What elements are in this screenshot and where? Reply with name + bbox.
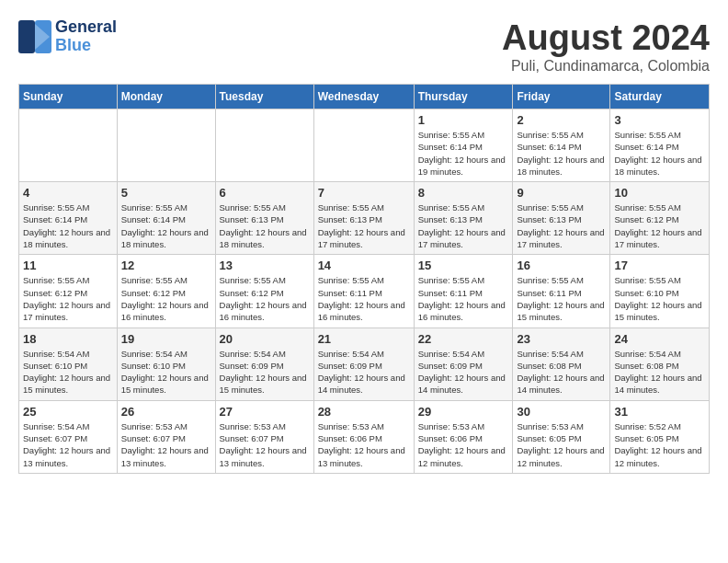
day-number: 20: [220, 332, 310, 346]
day-number: 18: [23, 332, 113, 346]
weekday-header: Sunday: [19, 85, 118, 109]
day-info: Sunrise: 5:55 AMSunset: 6:13 PMDaylight:…: [418, 201, 509, 250]
day-number: 14: [318, 259, 410, 272]
calendar-header-row: SundayMondayTuesdayWednesdayThursdayFrid…: [19, 85, 710, 109]
calendar-day-cell: 9Sunrise: 5:55 AMSunset: 6:13 PMDaylight…: [513, 182, 610, 255]
day-info: Sunrise: 5:53 AMSunset: 6:06 PMDaylight:…: [418, 420, 509, 469]
logo-blue: Blue: [55, 36, 91, 54]
calendar-day-cell: 21Sunrise: 5:54 AMSunset: 6:09 PMDayligh…: [313, 327, 414, 400]
day-info: Sunrise: 5:54 AMSunset: 6:07 PMDaylight:…: [23, 420, 113, 469]
day-number: 17: [614, 259, 705, 272]
calendar-day-cell: 3Sunrise: 5:55 AMSunset: 6:14 PMDaylight…: [610, 109, 710, 182]
calendar-day-cell: 29Sunrise: 5:53 AMSunset: 6:06 PMDayligh…: [414, 400, 513, 473]
calendar-week-row: 11Sunrise: 5:55 AMSunset: 6:12 PMDayligh…: [19, 255, 710, 327]
day-number: 11: [23, 259, 113, 272]
calendar-day-cell: 19Sunrise: 5:54 AMSunset: 6:10 PMDayligh…: [117, 327, 215, 400]
day-info: Sunrise: 5:54 AMSunset: 6:10 PMDaylight:…: [23, 348, 113, 396]
calendar-day-cell: 31Sunrise: 5:52 AMSunset: 6:05 PMDayligh…: [610, 400, 710, 473]
calendar-day-cell: 15Sunrise: 5:55 AMSunset: 6:11 PMDayligh…: [414, 255, 513, 327]
day-info: Sunrise: 5:55 AMSunset: 6:14 PMDaylight:…: [418, 129, 509, 178]
day-info: Sunrise: 5:54 AMSunset: 6:08 PMDaylight:…: [517, 348, 606, 396]
calendar-day-cell: 7Sunrise: 5:55 AMSunset: 6:13 PMDaylight…: [313, 182, 414, 255]
day-number: 26: [121, 405, 211, 419]
day-number: 15: [418, 259, 509, 272]
logo: General Blue: [18, 18, 117, 55]
svg-rect-0: [18, 20, 35, 53]
calendar-day-cell: 26Sunrise: 5:53 AMSunset: 6:07 PMDayligh…: [117, 400, 215, 473]
day-number: 6: [220, 186, 310, 200]
day-info: Sunrise: 5:53 AMSunset: 6:07 PMDaylight:…: [220, 420, 310, 469]
day-info: Sunrise: 5:55 AMSunset: 6:13 PMDaylight:…: [517, 201, 606, 250]
calendar-day-cell: 10Sunrise: 5:55 AMSunset: 6:12 PMDayligh…: [610, 182, 710, 255]
calendar-day-cell: 11Sunrise: 5:55 AMSunset: 6:12 PMDayligh…: [19, 255, 118, 327]
calendar-day-cell: [117, 109, 215, 182]
day-number: 29: [418, 405, 509, 419]
title-block: August 2024 Puli, Cundinamarca, Colombia: [502, 18, 710, 75]
day-info: Sunrise: 5:54 AMSunset: 6:08 PMDaylight:…: [614, 348, 705, 396]
day-number: 4: [23, 186, 113, 200]
day-info: Sunrise: 5:52 AMSunset: 6:05 PMDaylight:…: [614, 420, 705, 469]
day-info: Sunrise: 5:55 AMSunset: 6:14 PMDaylight:…: [517, 129, 606, 178]
day-number: 2: [517, 113, 606, 127]
calendar-day-cell: [313, 109, 414, 182]
calendar-day-cell: [215, 109, 313, 182]
day-number: 1: [418, 113, 509, 127]
day-info: Sunrise: 5:54 AMSunset: 6:09 PMDaylight:…: [318, 348, 410, 396]
day-number: 10: [614, 186, 705, 200]
day-number: 27: [220, 405, 310, 419]
calendar-day-cell: 4Sunrise: 5:55 AMSunset: 6:14 PMDaylight…: [19, 182, 118, 255]
day-info: Sunrise: 5:55 AMSunset: 6:12 PMDaylight:…: [121, 274, 211, 323]
day-info: Sunrise: 5:55 AMSunset: 6:13 PMDaylight:…: [220, 201, 310, 250]
day-info: Sunrise: 5:53 AMSunset: 6:07 PMDaylight:…: [121, 420, 211, 469]
calendar-day-cell: 24Sunrise: 5:54 AMSunset: 6:08 PMDayligh…: [610, 327, 710, 400]
calendar-day-cell: 30Sunrise: 5:53 AMSunset: 6:05 PMDayligh…: [513, 400, 610, 473]
day-info: Sunrise: 5:55 AMSunset: 6:14 PMDaylight:…: [23, 201, 113, 250]
calendar-day-cell: 28Sunrise: 5:53 AMSunset: 6:06 PMDayligh…: [313, 400, 414, 473]
day-info: Sunrise: 5:55 AMSunset: 6:12 PMDaylight:…: [220, 274, 310, 323]
calendar-week-row: 18Sunrise: 5:54 AMSunset: 6:10 PMDayligh…: [19, 327, 710, 400]
day-info: Sunrise: 5:55 AMSunset: 6:12 PMDaylight:…: [23, 274, 113, 323]
day-info: Sunrise: 5:55 AMSunset: 6:11 PMDaylight:…: [318, 274, 410, 323]
day-number: 24: [614, 332, 705, 346]
calendar-day-cell: 8Sunrise: 5:55 AMSunset: 6:13 PMDaylight…: [414, 182, 513, 255]
weekday-header: Thursday: [414, 85, 513, 109]
calendar-day-cell: 17Sunrise: 5:55 AMSunset: 6:10 PMDayligh…: [610, 255, 710, 327]
calendar-day-cell: 5Sunrise: 5:55 AMSunset: 6:14 PMDaylight…: [117, 182, 215, 255]
day-info: Sunrise: 5:55 AMSunset: 6:11 PMDaylight:…: [418, 274, 509, 323]
weekday-header: Monday: [117, 85, 215, 109]
day-number: 30: [517, 405, 606, 419]
calendar-day-cell: 18Sunrise: 5:54 AMSunset: 6:10 PMDayligh…: [19, 327, 118, 400]
day-info: Sunrise: 5:54 AMSunset: 6:09 PMDaylight:…: [220, 348, 310, 396]
day-number: 7: [318, 186, 410, 200]
day-info: Sunrise: 5:55 AMSunset: 6:10 PMDaylight:…: [614, 274, 705, 323]
weekday-header: Tuesday: [215, 85, 313, 109]
calendar-day-cell: 27Sunrise: 5:53 AMSunset: 6:07 PMDayligh…: [215, 400, 313, 473]
calendar-day-cell: 16Sunrise: 5:55 AMSunset: 6:11 PMDayligh…: [513, 255, 610, 327]
day-number: 9: [517, 186, 606, 200]
day-info: Sunrise: 5:55 AMSunset: 6:13 PMDaylight:…: [318, 201, 410, 250]
day-info: Sunrise: 5:55 AMSunset: 6:12 PMDaylight:…: [614, 201, 705, 250]
calendar-day-cell: 20Sunrise: 5:54 AMSunset: 6:09 PMDayligh…: [215, 327, 313, 400]
day-number: 19: [121, 332, 211, 346]
day-info: Sunrise: 5:55 AMSunset: 6:14 PMDaylight:…: [614, 129, 705, 178]
calendar-day-cell: 14Sunrise: 5:55 AMSunset: 6:11 PMDayligh…: [313, 255, 414, 327]
weekday-header: Saturday: [610, 85, 710, 109]
day-info: Sunrise: 5:55 AMSunset: 6:11 PMDaylight:…: [517, 274, 606, 323]
weekday-header: Wednesday: [313, 85, 414, 109]
day-number: 16: [517, 259, 606, 272]
day-number: 21: [318, 332, 410, 346]
day-number: 13: [220, 259, 310, 272]
calendar: SundayMondayTuesdayWednesdayThursdayFrid…: [18, 84, 710, 474]
day-info: Sunrise: 5:54 AMSunset: 6:10 PMDaylight:…: [121, 348, 211, 396]
calendar-day-cell: 23Sunrise: 5:54 AMSunset: 6:08 PMDayligh…: [513, 327, 610, 400]
month-title: August 2024: [502, 18, 710, 58]
day-number: 31: [614, 405, 705, 419]
day-number: 22: [418, 332, 509, 346]
day-info: Sunrise: 5:53 AMSunset: 6:06 PMDaylight:…: [318, 420, 410, 469]
calendar-day-cell: 25Sunrise: 5:54 AMSunset: 6:07 PMDayligh…: [19, 400, 118, 473]
logo-icon: [18, 20, 51, 53]
day-number: 8: [418, 186, 509, 200]
day-number: 3: [614, 113, 705, 127]
calendar-day-cell: 6Sunrise: 5:55 AMSunset: 6:13 PMDaylight…: [215, 182, 313, 255]
day-number: 23: [517, 332, 606, 346]
